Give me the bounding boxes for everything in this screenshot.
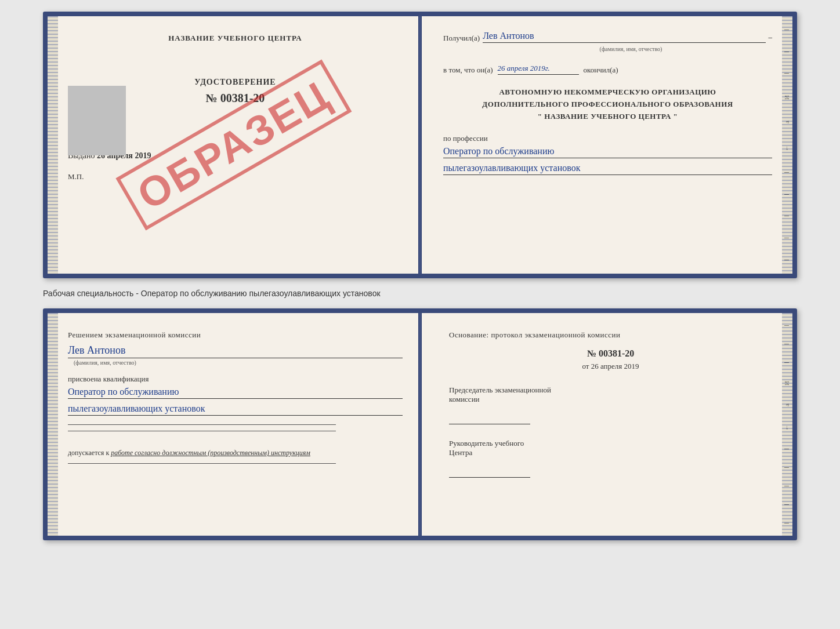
book-spine-bottom bbox=[418, 313, 422, 536]
po-professii-block: по профессии Оператор по обслуживанию пы… bbox=[443, 134, 772, 175]
cert-fio-label: (фамилия, имя, отчество) bbox=[74, 359, 403, 366]
side-label-a: а bbox=[783, 121, 790, 123]
cert-side-lines-right: И а ← bbox=[781, 313, 792, 536]
side-dash bbox=[784, 30, 789, 30]
vtom-line: в том, что он(а) 26 апреля 2019г. окончи… bbox=[443, 64, 772, 75]
org-line3: " НАЗВАНИЕ УЧЕБНОГО ЦЕНТРА " bbox=[443, 111, 772, 123]
side-dash bbox=[784, 467, 789, 468]
side-label-a2: а bbox=[783, 403, 790, 406]
profession-line1: Оператор по обслуживанию bbox=[443, 146, 772, 158]
cert-left-page: Решением экзаменационной комиссии Лев Ан… bbox=[48, 313, 420, 536]
predsedatel-line2: комиссии bbox=[449, 395, 772, 404]
side-dash bbox=[784, 216, 789, 216]
side-dash bbox=[784, 362, 789, 363]
between-text: Рабочая специальность - Оператор по обсл… bbox=[43, 284, 797, 303]
photo-placeholder bbox=[68, 86, 126, 155]
dopuskaetsya-prefix: допускается к bbox=[68, 449, 109, 457]
mp-label: М.П. bbox=[68, 172, 403, 181]
side-dash bbox=[784, 523, 789, 523]
protocol-number: № 00381-20 bbox=[449, 348, 772, 359]
diploma-header: НАЗВАНИЕ УЧЕБНОГО ЦЕНТРА bbox=[68, 34, 403, 43]
rukovoditel-block: Руководитель учебного Центра bbox=[449, 439, 772, 478]
side-dash bbox=[784, 172, 789, 173]
profession-line2: пылегазоулавливающих установок bbox=[443, 163, 772, 175]
poluchil-name: Лев Антонов bbox=[483, 31, 765, 43]
org-line2: ДОПОЛНИТЕЛЬНОГО ПРОФЕССИОНАЛЬНОГО ОБРАЗО… bbox=[443, 99, 772, 111]
side-label-i2: И bbox=[783, 381, 790, 386]
dopuskaetsya-block: допускается к работе согласно должностны… bbox=[68, 449, 403, 457]
ot-date: от 26 апреля 2019 bbox=[449, 362, 772, 371]
kvalif-line1: Оператор по обслуживанию bbox=[68, 387, 403, 399]
side-dash bbox=[784, 449, 789, 449]
ot-date-value: 26 апреля 2019 bbox=[591, 362, 639, 370]
side-label-arrow: ← bbox=[783, 145, 790, 151]
cert-person-name: Лев Антонов bbox=[68, 344, 403, 358]
rukovoditel-signature-line bbox=[449, 466, 530, 478]
osnovanie-header: Основание: протокол экзаменационной коми… bbox=[449, 330, 772, 340]
dopuskaetsya-text: работе согласно должностным (производств… bbox=[111, 449, 310, 457]
certificate-container: НАЗВАНИЕ УЧЕБНОГО ЦЕНТРА УДОСТОВЕРЕНИЕ №… bbox=[43, 12, 797, 540]
predsedatel-line1: Председатель экзаменационной bbox=[449, 386, 772, 395]
side-dash bbox=[784, 325, 789, 326]
ot-prefix: от bbox=[582, 362, 589, 370]
side-dash bbox=[784, 486, 789, 486]
org-line1: АВТОНОМНУЮ НЕКОММЕРЧЕСКУЮ ОРГАНИЗАЦИЮ bbox=[443, 86, 772, 99]
side-dash bbox=[784, 238, 789, 238]
po-professii-label: по профессии bbox=[443, 134, 772, 143]
side-dash bbox=[784, 260, 789, 260]
diploma-book: НАЗВАНИЕ УЧЕБНОГО ЦЕНТРА УДОСТОВЕРЕНИЕ №… bbox=[43, 12, 797, 278]
rukovoditel-line2: Центра bbox=[449, 448, 772, 457]
side-dash bbox=[784, 52, 789, 52]
resheniem-line: Решением экзаменационной комиссии bbox=[68, 330, 403, 340]
rukovoditel-line1: Руководитель учебного bbox=[449, 439, 772, 448]
side-lines-right: И а ← bbox=[781, 16, 792, 274]
prisvoena-label: присвоена квалификация bbox=[68, 375, 403, 384]
side-dash bbox=[784, 344, 789, 344]
side-dash bbox=[784, 504, 789, 505]
diploma-left-page: НАЗВАНИЕ УЧЕБНОГО ЦЕНТРА УДОСТОВЕРЕНИЕ №… bbox=[48, 16, 420, 274]
predsedatel-signature-line bbox=[449, 413, 530, 424]
fio-label-small: (фамилия, имя, отчество) bbox=[490, 46, 772, 52]
certificate-book: Решением экзаменационной комиссии Лев Ан… bbox=[43, 308, 797, 540]
cert-right-page: Основание: протокол экзаменационной коми… bbox=[420, 313, 792, 536]
side-dash bbox=[784, 194, 789, 195]
org-block: АВТОНОМНУЮ НЕКОММЕРЧЕСКУЮ ОРГАНИЗАЦИЮ ДО… bbox=[443, 86, 772, 122]
side-label-i: И bbox=[783, 95, 790, 100]
side-dash bbox=[784, 73, 789, 74]
vtom-date: 26 апреля 2019г. bbox=[498, 64, 579, 75]
book-spine-top bbox=[418, 16, 422, 274]
side-label-arrow2: ← bbox=[783, 424, 790, 431]
okончил-label: окончил(а) bbox=[584, 66, 618, 75]
predsedatel-block: Председатель экзаменационной комиссии bbox=[449, 386, 772, 424]
diploma-right-page: Получил(а) Лев Антонов – (фамилия, имя, … bbox=[420, 16, 792, 274]
vtom-prefix: в том, что он(а) bbox=[443, 66, 493, 75]
poluchil-line: Получил(а) Лев Антонов – bbox=[443, 31, 772, 43]
poluchil-label: Получил(а) bbox=[443, 34, 480, 43]
kvalif-line2: пылегазоулавливающих установок bbox=[68, 403, 403, 416]
